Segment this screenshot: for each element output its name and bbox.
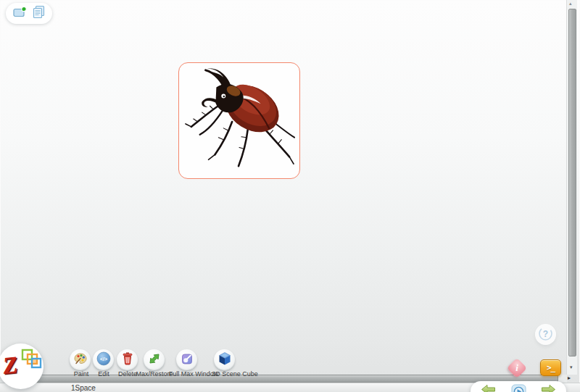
delete-label: Delete [118, 370, 137, 378]
back-arrow-icon [481, 384, 496, 392]
screen-add-button[interactable] [12, 6, 28, 21]
full-max-window-button[interactable] [176, 349, 197, 370]
image-object-frame[interactable] [178, 62, 300, 179]
forward-arrow-icon [541, 384, 556, 392]
vertical-scrollbar[interactable] [566, 0, 577, 375]
question-icon: ? [543, 329, 548, 339]
navigation-pill [471, 381, 566, 392]
play-icon [511, 384, 526, 392]
v-scroll-up-arrow[interactable]: ▴ [569, 1, 572, 7]
expand-window-icon [180, 351, 194, 369]
terminal-button[interactable]: >_ [540, 359, 561, 376]
max-restore-button[interactable] [144, 349, 165, 370]
delete-button[interactable] [117, 349, 138, 370]
info-icon: i [510, 361, 524, 375]
blue-cube-icon [217, 351, 233, 370]
h-scroll-right-arrow[interactable]: ▸ [568, 375, 571, 381]
app-canvas: ? Paint </> [0, 0, 580, 392]
terminal-prompt-icon: >_ [547, 363, 555, 372]
nav-back-button[interactable] [481, 384, 496, 392]
logo-z-letter: Z [1, 351, 19, 380]
paint-label: Paint [74, 370, 89, 378]
logo-squares-icon [16, 349, 42, 372]
green-resize-arrow-icon [146, 351, 162, 370]
pages-button[interactable] [31, 6, 46, 21]
space-name-label: 1Space [71, 384, 96, 392]
paint-button[interactable] [70, 349, 91, 370]
scene-cube-button[interactable] [214, 349, 235, 370]
v-scroll-down-arrow[interactable]: ▾ [570, 364, 573, 370]
vertical-scrollbar-thumb[interactable] [568, 9, 576, 356]
edit-label: Edit [98, 370, 109, 378]
paint-palette-icon [73, 351, 88, 369]
scene-cube-label: 3D Scene Cube [212, 370, 258, 378]
trash-icon [121, 351, 134, 369]
info-button[interactable]: i [507, 358, 527, 378]
full-max-window-label: Full Max Window [169, 370, 219, 378]
stacked-pages-icon [32, 5, 46, 22]
max-restore-label: Max/Restore [136, 370, 173, 378]
svg-text:</>: </> [99, 356, 107, 361]
top-left-toolbar-pill [6, 3, 52, 24]
nav-forward-button[interactable] [541, 384, 556, 392]
code-circle-icon: </> [96, 351, 112, 370]
edit-button[interactable]: </> [93, 349, 114, 370]
help-button[interactable]: ? [535, 324, 556, 345]
screen-add-icon [13, 6, 28, 22]
nav-play-button[interactable] [511, 384, 526, 392]
